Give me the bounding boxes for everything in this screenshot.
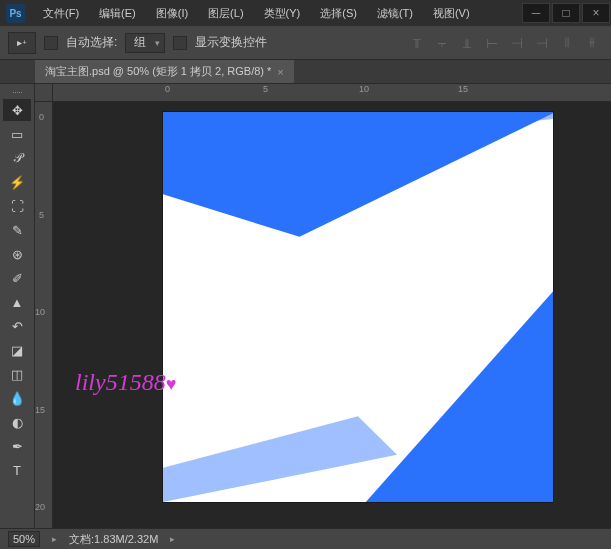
- show-transform-checkbox[interactable]: [173, 36, 187, 50]
- menu-view[interactable]: 视图(V): [423, 2, 480, 25]
- zoom-menu-arrow-icon[interactable]: ▸: [52, 534, 57, 544]
- show-transform-label: 显示变换控件: [195, 34, 267, 51]
- vertical-ruler[interactable]: 0 5 10 15 20: [35, 102, 53, 528]
- zoom-level-field[interactable]: 50%: [8, 531, 40, 547]
- status-bar: 50% ▸ 文档:1.83M/2.32M ▸: [0, 528, 611, 549]
- menu-file[interactable]: 文件(F): [33, 2, 89, 25]
- shape-blue-top: [163, 112, 553, 237]
- auto-select-label: 自动选择:: [66, 34, 117, 51]
- current-tool-indicator[interactable]: ▸+: [8, 32, 36, 54]
- crop-tool[interactable]: ⛶: [3, 195, 31, 217]
- app-logo: Ps: [6, 4, 25, 23]
- align-top-icon[interactable]: ⫪: [406, 32, 428, 54]
- blur-tool[interactable]: 💧: [3, 387, 31, 409]
- horizontal-ruler[interactable]: 0 5 10 15: [53, 84, 611, 102]
- select-mode-dropdown[interactable]: 组: [125, 33, 165, 53]
- tools-panel: ✥ ▭ 𝒫 ⚡ ⛶ ✎ ⊛ ✐ ▲ ↶ ◪ ◫ 💧 ◐ ✒ T: [0, 84, 35, 528]
- watermark-text: lily51588♥: [75, 369, 176, 396]
- clone-stamp-tool[interactable]: ▲: [3, 291, 31, 313]
- gradient-tool[interactable]: ◫: [3, 363, 31, 385]
- ruler-tick: 5: [39, 210, 44, 220]
- magic-wand-tool[interactable]: ⚡: [3, 171, 31, 193]
- ruler-tick: 10: [35, 307, 45, 317]
- window-controls: ─ □ ×: [521, 3, 611, 23]
- history-brush-tool[interactable]: ↶: [3, 315, 31, 337]
- ruler-tick: 15: [458, 84, 468, 94]
- tab-close-icon[interactable]: ×: [277, 66, 283, 78]
- menu-bar: 文件(F) 编辑(E) 图像(I) 图层(L) 类型(Y) 选择(S) 滤镜(T…: [33, 2, 480, 25]
- shape-blue-bottom: [319, 291, 553, 502]
- brush-tool[interactable]: ✐: [3, 267, 31, 289]
- doc-size-label: 文档:1.83M/2.32M: [69, 532, 158, 547]
- align-hcenter-icon[interactable]: ⊣: [506, 32, 528, 54]
- auto-select-checkbox[interactable]: [44, 36, 58, 50]
- document-tab[interactable]: 淘宝主图.psd @ 50% (矩形 1 拷贝 2, RGB/8) * ×: [35, 59, 294, 83]
- maximize-button[interactable]: □: [552, 3, 580, 23]
- pen-tool[interactable]: ✒: [3, 435, 31, 457]
- distribute-v-icon[interactable]: ⫵: [581, 32, 603, 54]
- menu-filter[interactable]: 滤镜(T): [367, 2, 423, 25]
- menu-edit[interactable]: 编辑(E): [89, 2, 146, 25]
- move-tool[interactable]: ✥: [3, 99, 31, 121]
- document-tab-title: 淘宝主图.psd @ 50% (矩形 1 拷贝 2, RGB/8) *: [45, 64, 271, 79]
- canvas-area: 0 5 10 15 0 5 10 15 20 lily51588♥: [35, 84, 611, 528]
- document-tab-bar: 淘宝主图.psd @ 50% (矩形 1 拷贝 2, RGB/8) * ×: [0, 60, 611, 84]
- type-tool[interactable]: T: [3, 459, 31, 481]
- align-right-icon[interactable]: ⊣: [531, 32, 553, 54]
- lasso-tool[interactable]: 𝒫: [3, 147, 31, 169]
- ruler-tick: 5: [263, 84, 268, 94]
- ruler-tick: 15: [35, 405, 45, 415]
- ruler-tick: 0: [39, 112, 44, 122]
- eyedropper-tool[interactable]: ✎: [3, 219, 31, 241]
- panel-grip-icon[interactable]: [2, 88, 32, 96]
- close-button[interactable]: ×: [582, 3, 610, 23]
- dodge-tool[interactable]: ◐: [3, 411, 31, 433]
- ruler-origin[interactable]: [35, 84, 53, 102]
- status-menu-arrow-icon[interactable]: ▸: [170, 534, 175, 544]
- healing-brush-tool[interactable]: ⊛: [3, 243, 31, 265]
- menu-image[interactable]: 图像(I): [146, 2, 198, 25]
- align-bottom-icon[interactable]: ⫫: [456, 32, 478, 54]
- ruler-tick: 10: [359, 84, 369, 94]
- workspace: ✥ ▭ 𝒫 ⚡ ⛶ ✎ ⊛ ✐ ▲ ↶ ◪ ◫ 💧 ◐ ✒ T 0 5 10 1…: [0, 84, 611, 528]
- minimize-button[interactable]: ─: [522, 3, 550, 23]
- ruler-tick: 0: [165, 84, 170, 94]
- options-bar: ▸+ 自动选择: 组 显示变换控件 ⫪ ⫟ ⫫ ⊢ ⊣ ⊣ ⫴ ⫵: [0, 26, 611, 60]
- marquee-tool[interactable]: ▭: [3, 123, 31, 145]
- menu-type[interactable]: 类型(Y): [254, 2, 311, 25]
- menu-select[interactable]: 选择(S): [310, 2, 367, 25]
- align-vcenter-icon[interactable]: ⫟: [431, 32, 453, 54]
- menu-layer[interactable]: 图层(L): [198, 2, 253, 25]
- distribute-h-icon[interactable]: ⫴: [556, 32, 578, 54]
- eraser-tool[interactable]: ◪: [3, 339, 31, 361]
- align-left-icon[interactable]: ⊢: [481, 32, 503, 54]
- title-bar: Ps 文件(F) 编辑(E) 图像(I) 图层(L) 类型(Y) 选择(S) 滤…: [0, 0, 611, 26]
- document-canvas[interactable]: [163, 112, 553, 502]
- ruler-tick: 20: [35, 502, 45, 512]
- align-buttons: ⫪ ⫟ ⫫ ⊢ ⊣ ⊣ ⫴ ⫵: [406, 32, 603, 54]
